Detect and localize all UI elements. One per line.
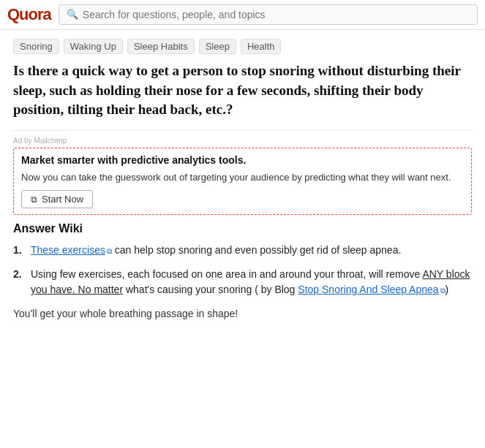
ext-link-icon-1: ⧉: [107, 246, 112, 257]
tag-snoring[interactable]: Snoring: [13, 39, 59, 54]
list-item-2-end: ): [445, 284, 449, 295]
stop-snoring-link[interactable]: Stop Snoring And Sleep Apnea: [298, 284, 438, 295]
quora-logo: Quora: [7, 5, 51, 24]
list-item-2: 2. Using few exercises, each focused on …: [13, 267, 472, 297]
divider: [13, 130, 472, 131]
tag-sleep-habits[interactable]: Sleep Habits: [127, 39, 195, 54]
topic-tags: Snoring Waking Up Sleep Habits Sleep Hea…: [13, 39, 472, 54]
search-bar[interactable]: 🔍: [59, 4, 478, 25]
main-content: Snoring Waking Up Sleep Habits Sleep Hea…: [0, 30, 485, 330]
list-item: 1. These exercises⧉ can help stop snorin…: [13, 243, 472, 258]
list-item-2-before: Using few exercises, each focused on one…: [31, 268, 422, 280]
external-link-icon: ⧉: [31, 194, 37, 205]
list-item-2-after: what's causing your snoring ( by Blog: [123, 284, 298, 295]
footer-text: You'll get your whole breathing passage …: [13, 306, 472, 322]
list-num-1: 1.: [13, 243, 25, 258]
header: Quora 🔍: [0, 0, 485, 30]
list-item-1-text: These exercises⧉ can help stop snoring a…: [31, 243, 401, 258]
ad-body: Now you can take the guesswork out of ta…: [21, 170, 464, 185]
tag-sleep[interactable]: Sleep: [199, 39, 236, 54]
question-title: Is there a quick way to get a person to …: [13, 61, 472, 120]
answer-wiki-title: Answer Wiki: [13, 222, 472, 235]
tag-waking-up[interactable]: Waking Up: [64, 39, 123, 54]
ad-box: Market smarter with predictive analytics…: [13, 148, 472, 216]
search-input[interactable]: [83, 9, 470, 20]
ext-link-icon-2: ⧉: [440, 285, 445, 296]
ad-headline: Market smarter with predictive analytics…: [21, 154, 464, 166]
list-num-2: 2.: [13, 267, 25, 297]
ad-start-now-button[interactable]: ⧉ Start Now: [21, 190, 93, 208]
list-item-1-rest: can help stop snoring and even possibly …: [112, 244, 401, 256]
these-exercises-link[interactable]: These exercises: [31, 244, 105, 256]
answer-list: 1. These exercises⧉ can help stop snorin…: [13, 243, 472, 297]
search-icon: 🔍: [67, 9, 78, 20]
ad-button-label: Start Now: [42, 194, 83, 205]
list-item-2-text: Using few exercises, each focused on one…: [31, 267, 472, 297]
tag-health[interactable]: Health: [241, 39, 282, 54]
ad-label: Ad by Mailchimp: [13, 137, 472, 145]
